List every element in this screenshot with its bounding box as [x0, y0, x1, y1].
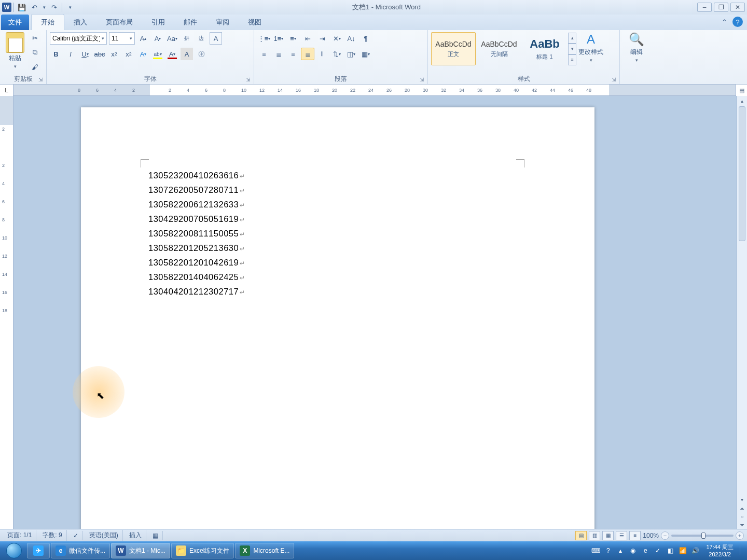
document-line[interactable]: 130582201205213630	[148, 241, 245, 256]
tab-home[interactable]: 开始	[31, 14, 64, 30]
document-line[interactable]: 130582201404062425	[148, 270, 245, 285]
next-page-button[interactable]: ⏷	[737, 521, 747, 529]
highlight-button[interactable]: ab▾	[151, 48, 164, 60]
prev-page-button[interactable]: ⏶	[737, 504, 747, 512]
italic-button[interactable]: I	[64, 48, 77, 60]
grow-font-button[interactable]: A▴	[137, 32, 149, 45]
tab-view[interactable]: 视图	[239, 15, 271, 30]
vertical-ruler[interactable]: 224681012141618	[0, 96, 13, 529]
document-line[interactable]: 130429200705051619	[148, 212, 245, 227]
styles-dialog-launcher[interactable]: ⇲	[610, 76, 617, 83]
shading-button[interactable]: ◫▾	[344, 48, 358, 60]
status-macro-icon[interactable]: ▦	[148, 531, 163, 540]
copy-button[interactable]: ⧉	[29, 47, 40, 58]
status-language[interactable]: 英语(美国)	[85, 530, 123, 541]
clipboard-dialog-launcher[interactable]: ⇲	[37, 76, 44, 83]
tray-icon[interactable]: ◧	[666, 546, 675, 555]
vertical-scrollbar[interactable]: ▴ ▾ ⏶ ○ ⏷	[737, 96, 747, 529]
editing-button[interactable]: 🔍 编辑 ▾	[623, 32, 650, 63]
tab-references[interactable]: 引用	[142, 15, 174, 30]
tab-layout[interactable]: 页面布局	[96, 15, 142, 30]
scroll-up-button[interactable]: ▴	[737, 96, 747, 105]
redo-button[interactable]: ↷	[48, 2, 60, 13]
document-line[interactable]: 130404201212302717	[148, 285, 245, 299]
minimize-ribbon-button[interactable]: ⌃	[719, 17, 729, 27]
ruler-view-button[interactable]: ▤	[736, 85, 747, 96]
borders-button[interactable]: ▦▾	[359, 48, 372, 60]
line-spacing-button[interactable]: ⇅▾	[330, 48, 343, 60]
taskbar-excel[interactable]: XMicrosoft E...	[235, 543, 294, 558]
align-left-button[interactable]: ≡	[257, 48, 271, 60]
font-dialog-launcher[interactable]: ⇲	[244, 76, 252, 83]
scroll-thumb[interactable]	[739, 106, 745, 241]
status-page[interactable]: 页面: 1/1	[3, 530, 36, 541]
start-button[interactable]	[2, 542, 26, 559]
change-case-button[interactable]: Aa▾	[166, 32, 178, 45]
undo-button[interactable]: ↶	[29, 2, 40, 13]
superscript-button[interactable]: x2	[122, 48, 135, 60]
sort-button[interactable]: A↓	[344, 32, 358, 45]
tray-icon[interactable]: ?	[603, 546, 613, 555]
cut-button[interactable]: ✂	[29, 32, 40, 44]
styles-scroll-up[interactable]: ▴	[568, 33, 576, 44]
taskbar-folder[interactable]: 📁Excel练习文件	[171, 543, 234, 558]
minimize-button[interactable]: –	[697, 3, 712, 12]
zoom-slider[interactable]	[671, 535, 734, 537]
style-no-spacing[interactable]: AaBbCcDd 无间隔	[477, 32, 521, 65]
tab-insert[interactable]: 插入	[64, 15, 96, 30]
zoom-thumb[interactable]	[701, 533, 706, 539]
font-name-combo[interactable]: Calibri (西文正文) ▾	[50, 32, 107, 45]
view-full-screen[interactable]: ▥	[589, 531, 600, 540]
tray-network-icon[interactable]: 📶	[678, 546, 687, 555]
styles-scroll-down[interactable]: ▾	[568, 44, 576, 54]
phonetic-guide-button[interactable]: 拼	[181, 32, 193, 45]
text-effects-button[interactable]: A▾	[137, 48, 149, 60]
font-color-button[interactable]: A▾	[166, 48, 178, 60]
font-size-combo[interactable]: 11 ▾	[109, 32, 135, 45]
qat-customize[interactable]: ▾	[64, 2, 76, 13]
status-mode[interactable]: 插入	[125, 530, 146, 541]
paragraph-dialog-launcher[interactable]: ⇲	[418, 76, 425, 83]
align-right-button[interactable]: ≡	[286, 48, 300, 60]
tab-selector[interactable]: L	[0, 85, 13, 96]
taskbar-clock[interactable]: 17:44 周三 2022/3/2	[703, 543, 737, 558]
asian-layout-button[interactable]: ✕▾	[330, 32, 343, 45]
character-shading-button[interactable]: A	[181, 48, 193, 60]
subscript-button[interactable]: x2	[108, 48, 120, 60]
enclose-characters-button[interactable]: ㊥	[195, 48, 208, 60]
justify-button[interactable]: ≣	[301, 48, 314, 60]
tray-expand-icon[interactable]: ▴	[616, 546, 625, 555]
align-center-button[interactable]: ≣	[272, 48, 285, 60]
view-web-layout[interactable]: ▦	[602, 531, 614, 540]
document-content[interactable]: 1305232004102636161307262005072807111305…	[148, 169, 245, 299]
format-painter-button[interactable]: 🖌	[29, 61, 40, 73]
taskbar-pinned-app[interactable]: ✈	[27, 543, 50, 558]
document-canvas[interactable]: 1305232004102636161307262005072807111305…	[13, 96, 737, 529]
tab-file[interactable]: 文件	[1, 15, 29, 30]
taskbar-ie[interactable]: e微信文件传...	[51, 543, 110, 558]
shrink-font-button[interactable]: A▾	[151, 32, 164, 45]
numbering-button[interactable]: 1≡▾	[272, 32, 285, 45]
tray-volume-icon[interactable]: 🔊	[690, 546, 700, 555]
character-border-button[interactable]: 边	[195, 32, 208, 45]
tray-icon[interactable]: e	[641, 546, 650, 555]
tab-mailings[interactable]: 邮件	[174, 15, 206, 30]
document-line[interactable]: 130523200410263616	[148, 169, 245, 183]
bullets-button[interactable]: ⋮≡▾	[257, 32, 271, 45]
style-normal[interactable]: AaBbCcDd 正文	[431, 32, 476, 65]
decrease-indent-button[interactable]: ⇤	[301, 32, 314, 45]
distribute-button[interactable]: ⫴	[315, 48, 329, 60]
restore-button[interactable]: ❐	[714, 3, 728, 12]
view-print-layout[interactable]: ▤	[575, 531, 587, 540]
status-proofing-icon[interactable]: ✓	[69, 531, 83, 540]
clear-formatting-button[interactable]: A	[210, 32, 222, 45]
view-draft[interactable]: ≡	[629, 531, 641, 540]
status-words[interactable]: 字数: 9	[38, 530, 66, 541]
bold-button[interactable]: B	[50, 48, 62, 60]
save-button[interactable]: 💾	[16, 2, 27, 13]
styles-expand[interactable]: ≡	[568, 54, 576, 65]
document-line[interactable]: 130726200507280711	[148, 183, 245, 198]
tray-icon[interactable]: ◉	[628, 546, 638, 555]
view-outline[interactable]: ☰	[616, 531, 627, 540]
zoom-out-button[interactable]: −	[661, 531, 669, 540]
